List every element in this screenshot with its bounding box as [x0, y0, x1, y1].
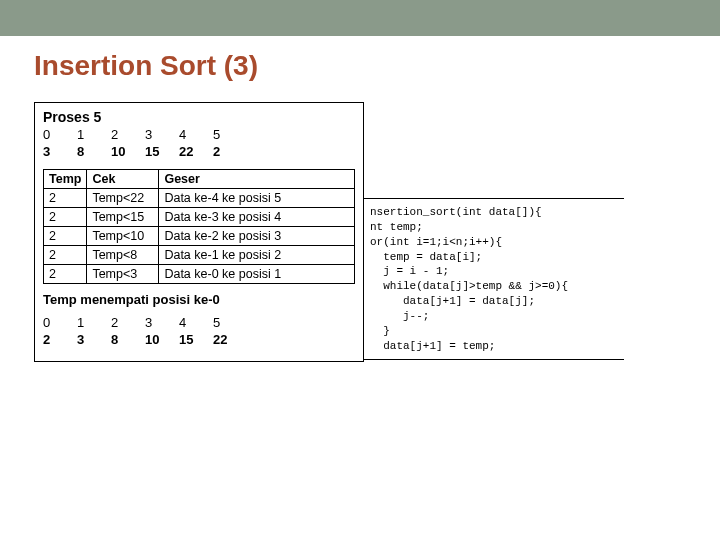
idx-cell: 3	[145, 127, 179, 142]
idx-cell: 1	[77, 127, 111, 142]
table-row: 2 Temp<10 Data ke-2 ke posisi 3	[44, 227, 355, 246]
table-row: 2 Temp<8 Data ke-1 ke posisi 2	[44, 246, 355, 265]
table-header-row: Temp Cek Geser	[44, 170, 355, 189]
process-label: Proses 5	[43, 109, 355, 125]
cell-cek: Temp<15	[87, 208, 159, 227]
idx-cell: 4	[179, 315, 213, 330]
top-accent-bar	[0, 0, 720, 36]
idx-cell: 5	[213, 315, 247, 330]
content-area: Proses 5 0 1 2 3 4 5 3 8 10 15 22 2 Temp…	[34, 102, 720, 362]
cell-temp: 2	[44, 189, 87, 208]
idx-cell: 0	[43, 315, 77, 330]
cell-cek: Temp<10	[87, 227, 159, 246]
cell-temp: 2	[44, 208, 87, 227]
indices-before-row: 0 1 2 3 4 5	[43, 127, 355, 142]
table-row: 2 Temp<3 Data ke-0 ke posisi 1	[44, 265, 355, 284]
val-cell: 8	[111, 332, 145, 347]
val-cell: 10	[145, 332, 179, 347]
idx-cell: 5	[213, 127, 247, 142]
cell-cek: Temp<3	[87, 265, 159, 284]
idx-cell: 4	[179, 127, 213, 142]
val-cell: 2	[213, 144, 247, 159]
idx-cell: 1	[77, 315, 111, 330]
cell-geser: Data ke-2 ke posisi 3	[159, 227, 355, 246]
result-line: Temp menempati posisi ke-0	[43, 292, 355, 307]
val-cell: 22	[179, 144, 213, 159]
values-after-row: 2 3 8 10 15 22	[43, 332, 355, 347]
indices-after-row: 0 1 2 3 4 5	[43, 315, 355, 330]
idx-cell: 2	[111, 315, 145, 330]
trace-panel: Proses 5 0 1 2 3 4 5 3 8 10 15 22 2 Temp…	[34, 102, 364, 362]
cell-temp: 2	[44, 265, 87, 284]
col-header-cek: Cek	[87, 170, 159, 189]
val-cell: 2	[43, 332, 77, 347]
table-row: 2 Temp<15 Data ke-3 ke posisi 4	[44, 208, 355, 227]
cell-temp: 2	[44, 246, 87, 265]
cell-cek: Temp<22	[87, 189, 159, 208]
val-cell: 3	[77, 332, 111, 347]
col-header-geser: Geser	[159, 170, 355, 189]
cell-geser: Data ke-0 ke posisi 1	[159, 265, 355, 284]
table-row: 2 Temp<22 Data ke-4 ke posisi 5	[44, 189, 355, 208]
val-cell: 15	[145, 144, 179, 159]
val-cell: 15	[179, 332, 213, 347]
val-cell: 3	[43, 144, 77, 159]
val-cell: 10	[111, 144, 145, 159]
cell-geser: Data ke-1 ke posisi 2	[159, 246, 355, 265]
val-cell: 22	[213, 332, 247, 347]
trace-table: Temp Cek Geser 2 Temp<22 Data ke-4 ke po…	[43, 169, 355, 284]
cell-geser: Data ke-3 ke posisi 4	[159, 208, 355, 227]
val-cell: 8	[77, 144, 111, 159]
code-snippet: nsertion_sort(int data[]){ nt temp; or(i…	[364, 198, 624, 360]
values-before-row: 3 8 10 15 22 2	[43, 144, 355, 159]
slide-title: Insertion Sort (3)	[0, 36, 720, 92]
col-header-temp: Temp	[44, 170, 87, 189]
idx-cell: 3	[145, 315, 179, 330]
cell-cek: Temp<8	[87, 246, 159, 265]
idx-cell: 2	[111, 127, 145, 142]
cell-geser: Data ke-4 ke posisi 5	[159, 189, 355, 208]
cell-temp: 2	[44, 227, 87, 246]
idx-cell: 0	[43, 127, 77, 142]
